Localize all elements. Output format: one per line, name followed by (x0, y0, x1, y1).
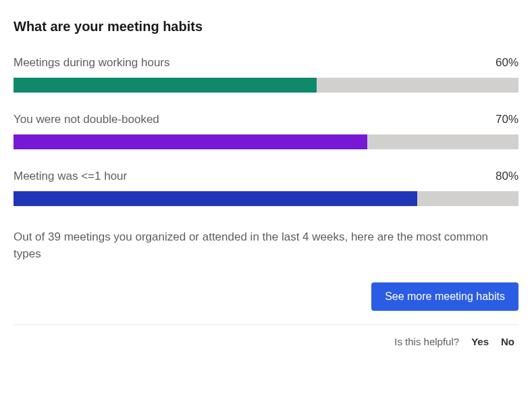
feedback-yes-button[interactable]: Yes (471, 336, 489, 347)
habit-percent: 60% (496, 56, 518, 70)
see-more-button[interactable]: See more meeting habits (371, 282, 518, 311)
progress-fill (14, 191, 417, 206)
habit-label: Meeting was <=1 hour (14, 170, 127, 183)
habit-label: You were not double-booked (14, 113, 159, 126)
feedback-bar: Is this helpful? Yes No (14, 324, 518, 347)
progress-fill (14, 78, 317, 93)
habit-row: You were not double-booked 70% (14, 113, 518, 149)
summary-text: Out of 39 meetings you organized or atte… (14, 229, 518, 262)
habit-row: Meetings during working hours 60% (14, 56, 518, 93)
habit-percent: 80% (496, 170, 518, 183)
progress-track (14, 191, 518, 206)
habit-label: Meetings during working hours (14, 56, 170, 70)
progress-track (14, 134, 518, 149)
progress-fill (14, 134, 367, 149)
habit-row: Meeting was <=1 hour 80% (14, 170, 518, 206)
habit-percent: 70% (496, 113, 518, 126)
page-title: What are your meeting habits (14, 19, 518, 34)
feedback-no-button[interactable]: No (501, 336, 514, 347)
progress-track (14, 78, 518, 93)
feedback-prompt: Is this helpful? (394, 336, 459, 347)
